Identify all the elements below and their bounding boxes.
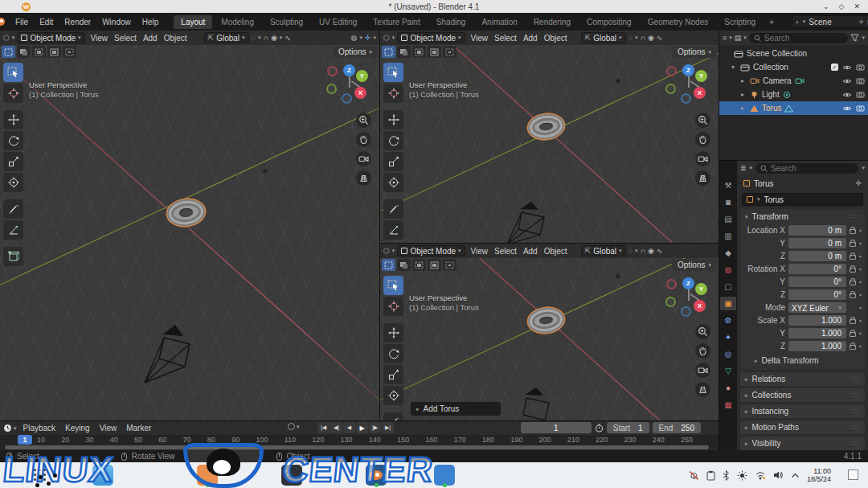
eye-icon[interactable] <box>842 92 852 98</box>
options-dropdown[interactable]: Options▾ <box>333 46 378 58</box>
move-tool[interactable] <box>3 110 23 129</box>
timeline-menu[interactable]: Keying <box>60 424 95 433</box>
lock-icon[interactable] <box>850 229 856 234</box>
timeline-ruler[interactable]: 1020304050607080901001101201301401501601… <box>0 435 719 445</box>
properties-section-header[interactable]: ▸ Instancing ∷∷ <box>740 404 865 418</box>
axis-negz-handle[interactable] <box>342 93 352 104</box>
frame-start-field[interactable]: Start1 <box>607 422 649 433</box>
torus-object[interactable] <box>526 112 565 141</box>
auto-keying-toggle[interactable]: ▾ <box>288 423 300 430</box>
chevron-down-icon[interactable]: ▾ <box>862 165 865 171</box>
axis-z-handle[interactable]: Z <box>682 277 694 289</box>
minimize-button[interactable]: ⌄ <box>823 2 829 10</box>
jump-to-end-button[interactable]: ▶| <box>382 422 394 433</box>
value-field[interactable]: 0° <box>788 264 846 274</box>
start-menu-button[interactable] <box>34 469 47 482</box>
select-tweak-button[interactable] <box>2 46 15 58</box>
lock-icon[interactable] <box>850 345 856 350</box>
gizmo-toggle-icon[interactable]: ✛ <box>365 34 371 42</box>
value-field[interactable]: 0 m <box>788 225 846 236</box>
axis-x-handle[interactable]: X <box>694 87 706 99</box>
eye-icon[interactable] <box>842 105 852 112</box>
animate-dot[interactable]: • <box>859 252 862 260</box>
viewport-menu[interactable]: Select <box>491 34 520 43</box>
value-field[interactable]: 1.000 <box>788 315 846 326</box>
workspace-tab[interactable]: Rendering <box>526 15 578 29</box>
expand-icon[interactable]: ▸ <box>739 77 747 84</box>
bluetooth-icon[interactable] <box>723 470 730 481</box>
axis-gizmo[interactable]: Z Y X <box>326 64 370 108</box>
timeline-scrollbar[interactable] <box>3 445 710 449</box>
viewport-menu[interactable]: Add <box>520 34 541 43</box>
axis-x-handle[interactable]: X <box>354 87 366 99</box>
value-field[interactable]: 1.000 <box>788 328 846 338</box>
ortho-toggle-button[interactable] <box>356 170 371 186</box>
axis-gizmo[interactable]: Z Y X <box>665 277 709 321</box>
transform-tool[interactable] <box>383 386 403 405</box>
axis-y-handle[interactable]: Y <box>695 283 707 295</box>
menu-item[interactable]: Help <box>137 16 165 28</box>
tab-world[interactable]: ◍ <box>720 263 736 277</box>
collection-checkbox[interactable]: ✓ <box>831 64 838 71</box>
render-visibility-icon[interactable] <box>856 77 865 84</box>
outliner-editor-icon[interactable]: ≡ <box>723 34 727 42</box>
viewport-canvas[interactable]: ✺ User Perspective (1) Collection | Toru… <box>0 45 379 420</box>
expand-icon[interactable]: ▸ <box>739 91 747 98</box>
animate-dot[interactable]: • <box>859 330 862 337</box>
render-visibility-icon[interactable] <box>856 64 865 71</box>
wifi-icon[interactable] <box>755 470 766 480</box>
workspace-tab[interactable]: Shading <box>429 15 473 29</box>
pan-hand-button[interactable] <box>356 132 371 147</box>
camera-view-button[interactable] <box>356 151 371 166</box>
falloff-icon[interactable]: ∿ <box>657 247 663 255</box>
workspace-tab[interactable]: Compositing <box>579 15 639 29</box>
render-visibility-icon[interactable] <box>856 91 865 98</box>
magnet-icon[interactable]: ∩ <box>640 34 645 42</box>
editor-type-icon[interactable]: ⬡ <box>383 34 390 42</box>
tab-tool[interactable]: ⚒ <box>720 178 736 192</box>
rotation-mode-dropdown[interactable]: XYZ Euler▾ <box>788 302 846 313</box>
brightness-icon[interactable] <box>737 470 747 481</box>
axis-z-handle[interactable]: Z <box>682 64 694 76</box>
timeline-editor-icon[interactable] <box>3 424 12 433</box>
play-button[interactable]: ▶ <box>356 422 368 433</box>
torus-object[interactable] <box>166 197 207 228</box>
value-field[interactable]: 1.000 <box>788 341 846 351</box>
properties-search-input[interactable]: Search <box>755 163 858 174</box>
viewport-menu[interactable]: Object <box>161 34 190 43</box>
axis-negz-handle[interactable] <box>681 93 691 104</box>
lock-icon[interactable] <box>850 255 856 260</box>
properties-section-header[interactable]: ▸ Collections ∷∷ <box>740 388 865 402</box>
taskbar-clock[interactable]: 11:00 18/5/24 <box>807 467 831 483</box>
value-field[interactable]: 0 m <box>788 251 846 261</box>
select-lasso-button[interactable] <box>428 46 441 58</box>
snap-target-icon[interactable]: ◌ <box>628 247 633 255</box>
workspace-tab[interactable]: Geometry Nodes <box>641 15 716 29</box>
animate-dot[interactable]: • <box>859 265 862 273</box>
select-tweak-button[interactable] <box>382 46 395 58</box>
orientation-dropdown[interactable]: ⇱Global▾ <box>581 32 626 43</box>
prev-keyframe-button[interactable]: ◀| <box>330 422 342 433</box>
scene-selector[interactable]: ◐ ▾ Scene ✛ ▣ × <box>792 15 868 28</box>
axis-negy-handle[interactable] <box>665 84 676 94</box>
zoom-button[interactable] <box>695 324 710 339</box>
outliner-row-light[interactable]: ▸ Light <box>719 88 868 101</box>
viewport-menu[interactable]: View <box>88 34 112 43</box>
workspace-tab[interactable]: Scripting <box>717 15 763 29</box>
animate-dot[interactable]: • <box>859 317 862 324</box>
tab-texture[interactable]: ▦ <box>720 398 736 412</box>
select-intersect-button[interactable] <box>63 46 76 58</box>
camera-view-button[interactable] <box>695 151 710 166</box>
value-field[interactable]: 0° <box>788 277 846 287</box>
file-manager-icon[interactable] <box>92 465 113 486</box>
outliner-row-collection[interactable]: ▾ Collection ✓ <box>719 60 868 74</box>
select-box-tool[interactable] <box>383 63 403 82</box>
value-field[interactable]: 0° <box>788 289 846 300</box>
object-name-field[interactable]: ▾ Torus <box>742 193 863 206</box>
axis-y-handle[interactable]: Y <box>356 70 368 82</box>
lock-icon[interactable] <box>850 293 856 298</box>
viewport-bottom[interactable]: ✺ User Perspective (1) Collection | Toru… <box>380 244 719 420</box>
tab-object-data[interactable]: ▽ <box>720 364 736 378</box>
tab-particles[interactable]: ✦ <box>720 330 736 344</box>
close-button[interactable]: ✕ <box>854 2 860 10</box>
